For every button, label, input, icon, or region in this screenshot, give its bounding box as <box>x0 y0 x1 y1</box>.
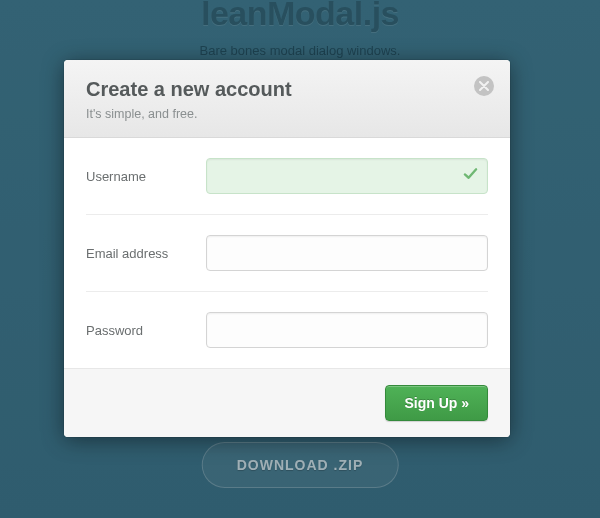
modal-title: Create a new account <box>86 78 488 101</box>
username-input-wrap <box>206 158 488 194</box>
field-username: Username <box>86 138 488 215</box>
email-input-wrap <box>206 235 488 271</box>
password-input-wrap <box>206 312 488 348</box>
close-icon <box>479 77 489 95</box>
signup-button[interactable]: Sign Up » <box>385 385 488 421</box>
close-button[interactable] <box>474 76 494 96</box>
field-email: Email address <box>86 215 488 292</box>
modal-body: Username Email address Password <box>64 138 510 368</box>
email-input[interactable] <box>206 235 488 271</box>
check-icon <box>463 167 478 186</box>
password-input[interactable] <box>206 312 488 348</box>
email-label: Email address <box>86 246 206 261</box>
password-label: Password <box>86 323 206 338</box>
modal-header: Create a new account It's simple, and fr… <box>64 60 510 138</box>
username-label: Username <box>86 169 206 184</box>
field-password: Password <box>86 292 488 368</box>
modal-footer: Sign Up » <box>64 368 510 437</box>
signup-modal: Create a new account It's simple, and fr… <box>64 60 510 437</box>
username-input[interactable] <box>206 158 488 194</box>
modal-subtitle: It's simple, and free. <box>86 107 488 121</box>
signup-label: Sign Up » <box>404 395 469 411</box>
